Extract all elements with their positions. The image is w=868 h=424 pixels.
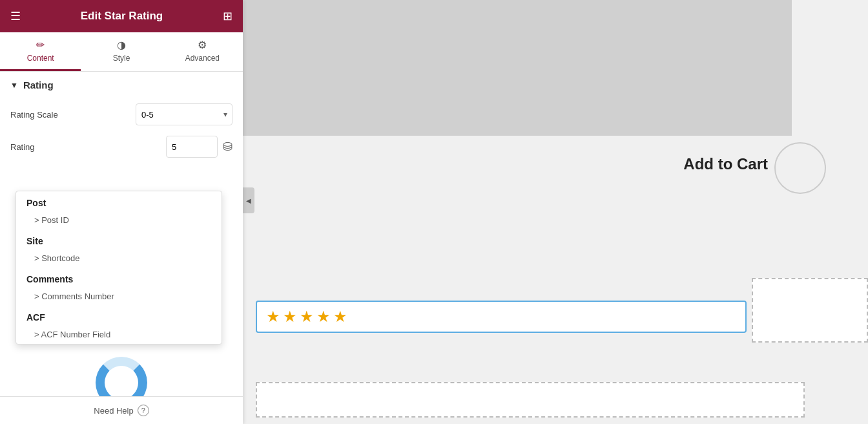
rating-section-header[interactable]: ▼ Rating <box>0 72 243 98</box>
star-5: ★ <box>333 308 347 326</box>
star-rating-box: ★ ★ ★ ★ ★ <box>256 301 747 333</box>
section-arrow-icon: ▼ <box>10 81 18 90</box>
loading-area <box>0 344 243 396</box>
sidebar-content: ▼ Rating Rating Scale 0-5 0-10 ▾ Rating <box>0 72 243 396</box>
collapse-handle[interactable]: ◀ <box>243 187 254 213</box>
sidebar-header: ☰ Edit Star Rating ⊞ <box>0 0 243 32</box>
dropdown-group-comments: Comments <box>16 268 222 287</box>
tab-content[interactable]: ✏ Content <box>0 32 81 71</box>
rating-scale-row: Rating Scale 0-5 0-10 ▾ <box>0 98 243 131</box>
sidebar-tabs: ✏ Content ◑ Style ⚙ Advanced <box>0 32 243 72</box>
add-to-cart-area: Add to Cart <box>683 155 768 173</box>
grid-icon[interactable]: ⊞ <box>223 9 232 23</box>
add-to-cart-text: Add to Cart <box>683 155 768 173</box>
star-2: ★ <box>283 308 297 326</box>
tab-style-label: Style <box>113 54 130 63</box>
dropdown-group-acf: ACF <box>16 306 222 325</box>
gear-icon: ⚙ <box>198 39 207 51</box>
rating-scale-select[interactable]: 0-5 0-10 <box>136 103 232 125</box>
rating-value-row: Rating ⛁ <box>0 131 243 163</box>
rating-number-input[interactable] <box>166 136 218 158</box>
tab-advanced-label: Advanced <box>185 54 220 63</box>
rating-scale-control: 0-5 0-10 ▾ <box>136 103 232 125</box>
dropdown-item-post-id[interactable]: > Post ID <box>16 211 222 229</box>
pencil-icon: ✏ <box>36 39 45 51</box>
stars-container: ★ ★ ★ ★ ★ <box>266 308 347 326</box>
help-icon[interactable]: ? <box>138 405 149 416</box>
gray-banner <box>243 0 792 136</box>
dynamic-data-dropdown: Post > Post ID Site > Shortcode Comments… <box>16 191 222 344</box>
rating-value-control: ⛁ <box>166 136 232 158</box>
sidebar-footer[interactable]: Need Help ? <box>0 396 243 424</box>
dropdown-item-comments-number[interactable]: > Comments Number <box>16 287 222 306</box>
loading-ring <box>96 357 147 396</box>
chevron-left-icon: ◀ <box>246 197 251 204</box>
dropdown-group-site: Site <box>16 229 222 249</box>
main-content: ◀ Add to Cart ★ ★ ★ ★ ★ <box>243 0 868 424</box>
database-icon[interactable]: ⛁ <box>223 140 232 154</box>
section-label: Rating <box>23 80 54 90</box>
dashed-box-right <box>752 278 868 343</box>
help-label: Need Help <box>94 406 133 416</box>
dropdown-item-shortcode[interactable]: > Shortcode <box>16 249 222 268</box>
dropdown-item-acf-number[interactable]: > ACF Number Field <box>16 325 222 344</box>
star-1: ★ <box>266 308 280 326</box>
add-to-cart-circle <box>774 142 826 194</box>
tab-advanced[interactable]: ⚙ Advanced <box>162 32 243 71</box>
rating-value-label: Rating <box>10 142 161 152</box>
star-4: ★ <box>316 308 331 326</box>
contrast-icon: ◑ <box>117 39 126 51</box>
tab-content-label: Content <box>27 54 54 63</box>
rating-scale-select-wrapper: 0-5 0-10 ▾ <box>136 103 232 125</box>
hamburger-icon[interactable]: ☰ <box>10 9 21 23</box>
star-3: ★ <box>300 308 314 326</box>
dropdown-group-post: Post <box>16 191 222 211</box>
sidebar-title: Edit Star Rating <box>81 10 163 23</box>
sidebar: ☰ Edit Star Rating ⊞ ✏ Content ◑ Style ⚙… <box>0 0 243 424</box>
dashed-box-bottom <box>256 382 805 418</box>
rating-scale-label: Rating Scale <box>10 110 130 120</box>
tab-style[interactable]: ◑ Style <box>81 32 161 71</box>
